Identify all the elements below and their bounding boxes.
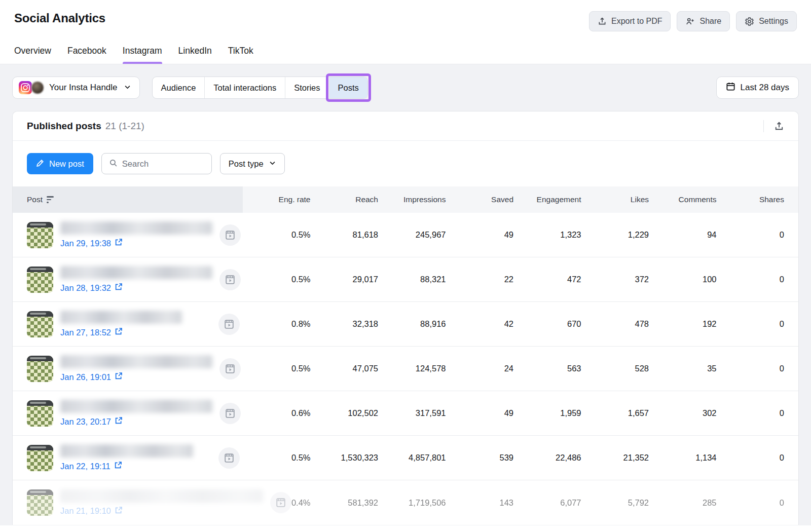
external-link-icon: [115, 327, 123, 337]
tab-tiktok[interactable]: TikTok: [228, 46, 253, 64]
page-title: Social Analytics: [14, 11, 105, 25]
eng-rate-value: 0.5%: [243, 213, 311, 257]
column-header-impressions[interactable]: Impressions: [378, 186, 446, 213]
video-post-icon: [219, 358, 241, 379]
impressions-value: 245,967: [378, 213, 446, 257]
reach-value: 1,530,323: [311, 436, 379, 480]
account-selector[interactable]: Your Insta Handle: [12, 77, 140, 99]
saved-value: 24: [446, 347, 514, 391]
shares-value: 0: [717, 347, 785, 391]
post-cell: Jan 23, 20:17: [13, 391, 243, 435]
table-row: Jan 27, 18:52 0.8% 32,318 88,916 42 670 …: [13, 302, 798, 347]
post-date-link[interactable]: Jan 29, 19:38: [60, 238, 123, 248]
segment-stories[interactable]: Stories: [285, 77, 329, 98]
impressions-value: 317,591: [378, 391, 446, 435]
external-link-icon: [115, 372, 123, 382]
impressions-value: 88,321: [378, 257, 446, 301]
new-post-button[interactable]: New post: [27, 153, 93, 174]
eng-rate-value: 0.6%: [243, 391, 311, 435]
external-link-icon: [115, 416, 123, 427]
settings-button[interactable]: Settings: [736, 11, 797, 31]
post-title-redacted: [60, 311, 182, 324]
post-thumbnail[interactable]: [27, 400, 53, 427]
likes-value: 372: [581, 257, 649, 301]
top-header: Social Analytics Export to PDF Share Set…: [0, 0, 811, 31]
eng-rate-value: 0.8%: [243, 302, 311, 346]
export-table-button[interactable]: [772, 119, 786, 133]
table-header-row: Post Eng. rate Reach Impressions Saved E…: [13, 186, 798, 213]
impressions-value: 4,857,801: [378, 436, 446, 480]
post-thumbnail[interactable]: [27, 222, 53, 248]
saved-value: 42: [446, 302, 514, 346]
date-range-button[interactable]: Last 28 days: [716, 77, 799, 99]
table-body: Jan 29, 19:38 0.5% 81,618 245,967 49 1,3…: [13, 213, 798, 525]
post-date-link[interactable]: Jan 21, 19:10: [60, 506, 123, 516]
column-header-eng-rate[interactable]: Eng. rate: [243, 186, 311, 213]
post-date-link[interactable]: Jan 26, 19:01: [60, 372, 123, 382]
segment-total-interactions[interactable]: Total interactions: [205, 77, 285, 98]
card-header: Published posts 21 (1-21): [13, 111, 798, 141]
segment-audience[interactable]: Audience: [153, 77, 205, 98]
saved-value: 49: [446, 213, 514, 257]
card-count: 21 (1-21): [105, 121, 144, 132]
shares-value: 0: [717, 302, 785, 346]
tab-facebook[interactable]: Facebook: [67, 46, 106, 64]
external-link-icon: [115, 283, 123, 293]
external-link-icon: [115, 506, 123, 516]
calendar-icon: [726, 82, 735, 94]
share-button[interactable]: Share: [677, 11, 730, 31]
reach-value: 102,502: [311, 391, 379, 435]
tab-linkedin[interactable]: LinkedIn: [178, 46, 212, 64]
column-header-saved[interactable]: Saved: [446, 186, 514, 213]
sort-icon: [47, 196, 54, 203]
saved-value: 539: [446, 436, 514, 480]
post-date-link[interactable]: Jan 22, 19:11: [60, 461, 122, 471]
post-thumbnail[interactable]: [27, 445, 53, 471]
impressions-value: 124,578: [378, 347, 446, 391]
post-thumbnail[interactable]: [27, 356, 53, 382]
post-thumbnail[interactable]: [27, 489, 53, 516]
instagram-icon: [19, 81, 32, 94]
tab-overview[interactable]: Overview: [14, 46, 51, 64]
likes-value: 478: [581, 302, 649, 346]
post-title-redacted: [60, 400, 212, 413]
comments-value: 94: [649, 213, 717, 257]
segment-posts[interactable]: Posts: [329, 77, 367, 98]
post-date-link[interactable]: Jan 27, 18:52: [60, 327, 123, 337]
post-title-redacted: [60, 355, 212, 368]
account-avatar: [31, 81, 44, 94]
header-actions: Export to PDF Share Settings: [589, 11, 797, 31]
video-post-icon: [218, 314, 240, 335]
published-posts-card: Published posts 21 (1-21) New post Post …: [12, 111, 799, 525]
post-date-link[interactable]: Jan 28, 19:32: [60, 283, 123, 293]
column-header-reach[interactable]: Reach: [311, 186, 379, 213]
table-row: Jan 28, 19:32 0.5% 29,017 88,321 22 472 …: [13, 257, 798, 302]
likes-value: 1,229: [581, 213, 649, 257]
search-input[interactable]: [122, 159, 204, 169]
post-cell: Jan 21, 19:10: [13, 480, 243, 525]
shares-value: 0: [717, 213, 785, 257]
chevron-down-icon: [269, 159, 276, 169]
eng-rate-value: 0.4%: [243, 480, 311, 525]
reach-value: 81,618: [311, 213, 379, 257]
column-header-comments[interactable]: Comments: [649, 186, 717, 213]
table-row: Jan 26, 19:01 0.5% 47,075 124,578 24 563…: [13, 347, 798, 391]
export-pdf-button[interactable]: Export to PDF: [589, 11, 671, 31]
reach-value: 47,075: [311, 347, 379, 391]
column-header-post[interactable]: Post: [13, 186, 243, 213]
post-thumbnail[interactable]: [27, 267, 53, 293]
column-header-shares[interactable]: Shares: [717, 186, 785, 213]
column-header-likes[interactable]: Likes: [581, 186, 649, 213]
table-row: Jan 22, 19:11 0.5% 1,530,323 4,857,801 5…: [13, 436, 798, 480]
post-date-link[interactable]: Jan 23, 20:17: [60, 416, 123, 427]
tab-instagram[interactable]: Instagram: [123, 46, 162, 64]
shares-value: 0: [717, 480, 785, 525]
saved-value: 143: [446, 480, 514, 525]
search-box: [101, 153, 212, 174]
reach-value: 581,392: [311, 480, 379, 525]
post-thumbnail[interactable]: [27, 311, 53, 337]
post-type-dropdown[interactable]: Post type: [220, 153, 285, 174]
video-post-icon: [219, 403, 241, 424]
column-header-engagement[interactable]: Engagement: [513, 186, 581, 213]
likes-value: 528: [581, 347, 649, 391]
